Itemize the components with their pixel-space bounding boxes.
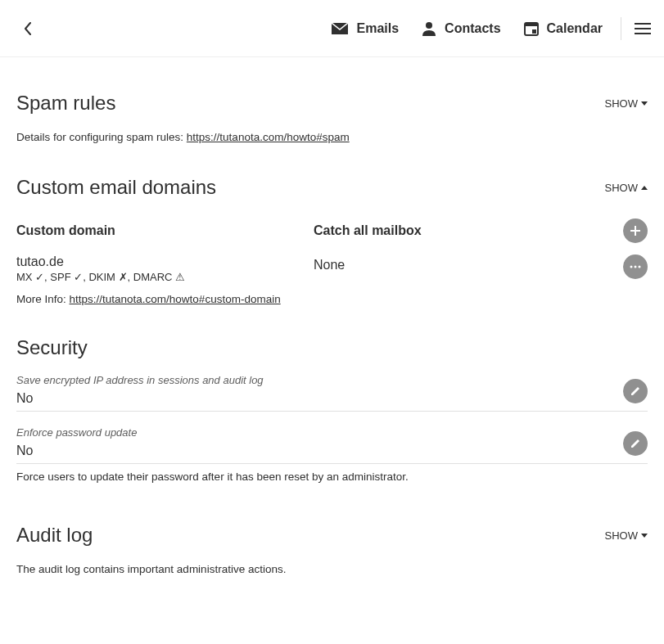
hamburger-icon	[635, 23, 651, 34]
domain-more-button[interactable]	[623, 254, 648, 279]
dots-icon	[630, 265, 641, 268]
spam-desc: Details for configuring spam rules: http…	[16, 131, 648, 143]
spam-rules-title: Spam rules	[16, 92, 115, 115]
spam-link[interactable]: https://tutanota.com/howto#spam	[187, 131, 350, 143]
contact-icon	[422, 21, 436, 36]
chevron-left-icon	[24, 22, 32, 35]
domains-show-toggle[interactable]: SHOW	[605, 182, 648, 194]
domain-status: MX ✓, SPF ✓, DKIM ✗, DMARC ⚠	[16, 271, 314, 283]
svg-point-12	[639, 266, 641, 268]
svg-point-11	[635, 266, 637, 268]
back-button[interactable]	[15, 16, 41, 42]
caret-up-icon	[641, 186, 648, 190]
domain-name: tutao.de	[16, 254, 314, 269]
ip-value: No	[16, 391, 648, 406]
edit-ip-button[interactable]	[623, 379, 648, 403]
more-info-prefix: More Info:	[16, 293, 70, 305]
spam-show-toggle[interactable]: SHOW	[605, 97, 648, 110]
spam-toggle-label: SHOW	[605, 97, 638, 110]
catchall-value: None	[314, 254, 615, 272]
col-header-catchall: Catch all mailbox	[314, 223, 615, 238]
audit-show-toggle[interactable]: SHOW	[605, 529, 648, 542]
nav-divider	[621, 17, 621, 40]
caret-down-icon	[641, 534, 648, 538]
nav-contacts-label: Contacts	[445, 21, 500, 36]
audit-log-section: Audit log SHOW The audit log contains im…	[16, 524, 648, 575]
mail-icon	[332, 23, 348, 34]
pw-label: Enforce password update	[16, 426, 648, 439]
setting-ip-address: Save encrypted IP address in sessions an…	[16, 374, 648, 412]
nav-emails-label: Emails	[356, 21, 399, 36]
pencil-icon	[630, 438, 641, 449]
svg-rect-4	[532, 29, 536, 34]
spam-desc-prefix: Details for configuring spam rules:	[16, 131, 187, 143]
ip-label: Save encrypted IP address in sessions an…	[16, 374, 648, 386]
table-row: tutao.de MX ✓, SPF ✓, DKIM ✗, DMARC ⚠ No…	[16, 254, 648, 283]
nav-contacts[interactable]: Contacts	[410, 21, 512, 36]
svg-point-10	[630, 266, 633, 268]
audit-title: Audit log	[16, 524, 93, 547]
nav-emails[interactable]: Emails	[320, 21, 410, 36]
custom-domains-section: Custom email domains SHOW Custom domain …	[16, 176, 648, 305]
nav-calendar-label: Calendar	[547, 21, 603, 36]
spam-rules-section: Spam rules SHOW Details for configuring …	[16, 92, 648, 143]
domains-title: Custom email domains	[16, 176, 216, 199]
add-domain-button[interactable]	[623, 218, 648, 243]
edit-pw-button[interactable]	[623, 431, 648, 456]
pw-help: Force users to update their password aft…	[16, 471, 648, 483]
audit-toggle-label: SHOW	[605, 529, 638, 542]
setting-password-update: Enforce password update No	[16, 426, 648, 464]
menu-button[interactable]	[628, 14, 657, 43]
nav-calendar[interactable]: Calendar	[513, 21, 614, 36]
domain-table-header: Custom domain Catch all mailbox	[16, 218, 648, 243]
caret-down-icon	[641, 101, 648, 106]
col-header-domain: Custom domain	[16, 223, 314, 238]
more-info-link[interactable]: https://tutanota.com/howto#custom-domain	[70, 293, 281, 305]
calendar-icon	[524, 21, 539, 36]
audit-desc: The audit log contains important adminis…	[16, 563, 648, 575]
svg-point-1	[426, 22, 432, 29]
security-title: Security	[16, 336, 648, 359]
security-section: Security Save encrypted IP address in se…	[16, 336, 648, 483]
plus-icon	[630, 225, 641, 236]
domains-toggle-label: SHOW	[605, 182, 638, 194]
domain-more-info: More Info: https://tutanota.com/howto#cu…	[16, 293, 648, 305]
svg-rect-3	[525, 23, 538, 26]
pencil-icon	[630, 385, 641, 397]
top-bar: Emails Contacts Calendar	[0, 0, 664, 57]
pw-value: No	[16, 444, 648, 458]
